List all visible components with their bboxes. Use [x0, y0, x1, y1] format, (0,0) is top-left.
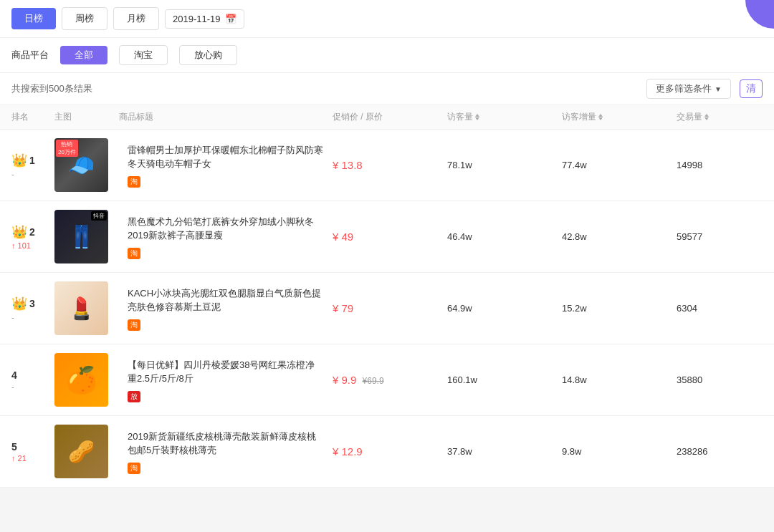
- product-info: KACH小冰块高光腮红双色腮脂显白气质新色提亮肤色修容慕斯土豆泥 淘: [119, 286, 333, 331]
- platform-label: 商品平台: [11, 49, 49, 62]
- more-filter-btn[interactable]: 更多筛选条件 ▼: [646, 79, 731, 99]
- crown-icon: 👑: [11, 224, 27, 240]
- transaction-cell: 238286: [677, 446, 763, 457]
- rank-number: 2: [29, 226, 35, 238]
- col-title: 商品标题: [119, 111, 333, 123]
- table-row[interactable]: 👑 1 - 🧢 热销 20万件 雷锋帽男士加厚护耳保暖帽东北棉帽子防风防寒冬天骑…: [0, 130, 774, 201]
- sort-transaction-icon: [704, 114, 709, 120]
- rank-cell: 👑 1 -: [11, 153, 54, 178]
- crown-icon: 👑: [11, 153, 27, 168]
- tab-weekly[interactable]: 周榜: [62, 7, 108, 30]
- chevron-down-icon: ▼: [715, 85, 722, 93]
- platform-tag: 淘: [128, 319, 140, 331]
- platform-tag: 淘: [128, 463, 140, 474]
- col-image: 主图: [54, 111, 119, 123]
- platform-bar: 商品平台 全部 淘宝 放心购: [0, 38, 774, 73]
- rank-change: ↑ 21: [11, 454, 27, 463]
- product-info: 黑色魔术九分铅笔打底裤女外穿加绒小脚秋冬2019新款裤子高腰显瘦 淘: [119, 215, 333, 259]
- transaction-cell: 35880: [677, 374, 763, 385]
- product-badge: 热销 20万件: [56, 140, 78, 157]
- price-cell: ¥ 13.8: [333, 159, 447, 171]
- table-row[interactable]: 👑 2 ↑ 101 👖 抖音 黑色魔术九分铅笔打底裤女外穿加绒小脚秋冬2019新…: [0, 201, 774, 273]
- sort-visitors-icon: [475, 114, 479, 120]
- product-image: 🧢 热销 20万件: [54, 138, 108, 192]
- rank-number: 5: [11, 441, 17, 453]
- visitors-cell: 64.9w: [447, 303, 562, 314]
- rank-cell: 👑 3 -: [11, 296, 54, 321]
- crown-icon: 👑: [11, 296, 27, 311]
- product-title: 黑色魔术九分铅笔打底裤女外穿加绒小脚秋冬2019新款裤子高腰显瘦: [128, 215, 324, 243]
- price-cell: ¥ 9.9 ¥69.9: [333, 374, 447, 386]
- table-body: 👑 1 - 🧢 热销 20万件 雷锋帽男士加厚护耳保暖帽东北棉帽子防风防寒冬天骑…: [0, 130, 774, 488]
- visitor-growth-cell: 42.8w: [562, 231, 677, 242]
- visitors-cell: 37.8w: [447, 446, 562, 457]
- price-cell: ¥ 79: [333, 302, 447, 314]
- sort-growth-icon: [598, 114, 603, 120]
- visitor-growth-cell: 77.4w: [562, 160, 677, 170]
- rank-change: -: [11, 170, 14, 178]
- more-filter-label: 更多筛选条件: [656, 82, 712, 95]
- filter-right: 更多筛选条件 ▼ 清: [646, 79, 763, 99]
- product-title: KACH小冰块高光腮红双色腮脂显白气质新色提亮肤色修容慕斯土豆泥: [128, 286, 324, 314]
- rank-number: 3: [29, 298, 35, 309]
- rank-change: -: [11, 313, 14, 321]
- platform-tag: 淘: [128, 176, 140, 188]
- product-info: 2019新货新疆纸皮核桃薄壳散装新鲜薄皮核桃包邮5斤装野核桃薄壳 淘: [119, 430, 333, 474]
- transaction-cell: 6304: [677, 303, 763, 314]
- visitor-growth-cell: 14.8w: [562, 374, 677, 385]
- trash-icon[interactable]: 清: [740, 79, 763, 98]
- visitors-cell: 160.1w: [447, 374, 562, 385]
- visitors-cell: 46.4w: [447, 231, 562, 242]
- result-count: 共搜索到500条结果: [11, 82, 92, 95]
- rank-cell: 4 -: [11, 369, 54, 391]
- product-badge2: 抖音: [91, 211, 107, 221]
- rank-change: ↑ 101: [11, 241, 31, 250]
- date-picker[interactable]: 2019-11-19 📅: [165, 9, 244, 29]
- filter-bar: 共搜索到500条结果 更多筛选条件 ▼ 清: [0, 73, 774, 105]
- product-image: 🥜: [54, 425, 108, 478]
- rank-cell: 👑 2 ↑ 101: [11, 224, 54, 250]
- tab-daily[interactable]: 日榜: [11, 8, 56, 29]
- col-transaction[interactable]: 交易量: [677, 111, 763, 123]
- col-visitors[interactable]: 访客量: [447, 111, 562, 123]
- col-visitor-growth[interactable]: 访客增量: [562, 111, 677, 123]
- date-value: 2019-11-19: [173, 14, 221, 24]
- calendar-icon: 📅: [225, 14, 236, 24]
- platform-all[interactable]: 全部: [60, 46, 108, 64]
- product-emoji: 👖: [68, 224, 95, 249]
- product-image: 👖 抖音: [54, 210, 108, 263]
- col-rank: 排名: [11, 111, 54, 123]
- product-emoji: 🥜: [68, 439, 95, 464]
- rank-cell: 5 ↑ 21: [11, 441, 54, 463]
- rank-number: 4: [11, 369, 17, 381]
- table-row[interactable]: 👑 3 - 💄 KACH小冰块高光腮红双色腮脂显白气质新色提亮肤色修容慕斯土豆泥…: [0, 273, 774, 344]
- top-right-decoration: [745, 0, 774, 29]
- price-cell: ¥ 49: [333, 231, 447, 243]
- product-image: 🍊: [54, 353, 108, 407]
- col-price: 促销价 / 原价: [333, 111, 447, 123]
- product-info: 【每日优鲜】四川丹棱爱媛38号网红果冻橙净重2.5斤/5斤/8斤 放: [119, 358, 333, 402]
- transaction-cell: 59577: [677, 231, 763, 242]
- product-image: 💄: [54, 281, 108, 335]
- price-cell: ¥ 12.9: [333, 445, 447, 458]
- platform-tag: 放: [128, 391, 140, 402]
- table-header: 排名 主图 商品标题 促销价 / 原价 访客量 访客增量 交易量: [0, 105, 774, 130]
- product-emoji: 🍊: [65, 365, 97, 395]
- visitor-growth-cell: 15.2w: [562, 303, 677, 314]
- transaction-cell: 14998: [677, 160, 763, 170]
- platform-taobao[interactable]: 淘宝: [119, 45, 168, 65]
- rank-change: -: [11, 382, 14, 391]
- table-row[interactable]: 5 ↑ 21 🥜 2019新货新疆纸皮核桃薄壳散装新鲜薄皮核桃包邮5斤装野核桃薄…: [0, 416, 774, 488]
- original-price: ¥69.9: [363, 376, 384, 386]
- product-title: 【每日优鲜】四川丹棱爱媛38号网红果冻橙净重2.5斤/5斤/8斤: [128, 358, 324, 386]
- visitors-cell: 78.1w: [447, 160, 562, 170]
- product-info: 雷锋帽男士加厚护耳保暖帽东北棉帽子防风防寒冬天骑电动车帽子女 淘: [119, 143, 333, 188]
- product-title: 2019新货新疆纸皮核桃薄壳散装新鲜薄皮核桃包邮5斤装野核桃薄壳: [128, 430, 324, 458]
- table-row[interactable]: 4 - 🍊 【每日优鲜】四川丹棱爱媛38号网红果冻橙净重2.5斤/5斤/8斤 放…: [0, 344, 774, 416]
- tab-monthly[interactable]: 月榜: [113, 7, 159, 30]
- platform-fangxin[interactable]: 放心购: [179, 45, 237, 65]
- product-emoji: 💄: [68, 296, 95, 321]
- rank-number: 1: [29, 155, 35, 166]
- product-title: 雷锋帽男士加厚护耳保暖帽东北棉帽子防风防寒冬天骑电动车帽子女: [128, 143, 324, 171]
- visitor-growth-cell: 9.8w: [562, 446, 677, 457]
